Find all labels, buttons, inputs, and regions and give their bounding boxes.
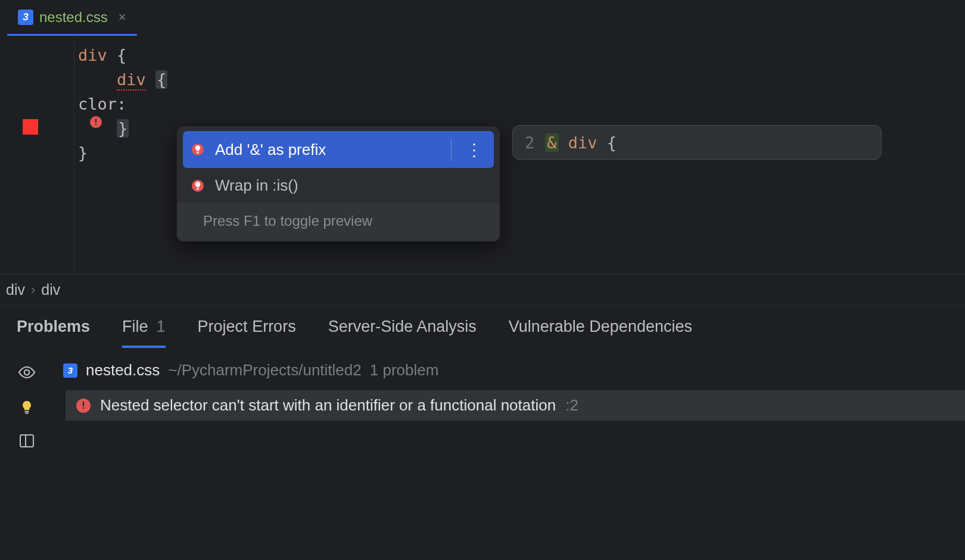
svg-rect-7 <box>197 188 199 188</box>
intention-popup: Add '&' as prefix ⋮ Wrap in :is() Press … <box>176 126 500 242</box>
svg-rect-8 <box>197 189 198 189</box>
code-error-token: div <box>117 70 146 91</box>
css-file-icon: 3 <box>63 363 77 378</box>
editor-gutter <box>0 36 74 274</box>
tab-file[interactable]: File 1 <box>122 318 166 348</box>
preview-token: { <box>607 133 617 152</box>
svg-rect-11 <box>25 413 29 414</box>
eye-icon[interactable] <box>17 362 37 382</box>
tab-vulnerable-dependencies[interactable]: Vulnerable Dependencies <box>509 318 692 348</box>
intention-hint: Press F1 to toggle preview <box>177 203 500 241</box>
kebab-icon[interactable]: ⋮ <box>462 140 485 160</box>
tab-label: nested.css <box>39 9 108 26</box>
problem-message: Nested selector can't start with an iden… <box>100 396 556 415</box>
intention-label: Wrap in :is() <box>215 176 485 195</box>
problems-tabs: Problems File 1 Project Errors Server-Si… <box>0 306 965 348</box>
problems-file-path: ~/PycharmProjects/untitled2 <box>168 361 361 379</box>
error-lightbulb-icon <box>191 179 204 192</box>
svg-rect-4 <box>197 151 199 152</box>
problems-side-toolbar <box>0 359 54 449</box>
color-swatch-icon[interactable] <box>23 119 38 135</box>
quickfix-preview: 2 & div { <box>512 125 882 160</box>
problems-file-name: nested.css <box>86 361 160 379</box>
svg-rect-12 <box>20 435 33 447</box>
chevron-right-icon: › <box>31 282 35 298</box>
problems-file-row[interactable]: 3 nested.css ~/PycharmProjects/untitled2… <box>54 359 965 390</box>
problem-location: :2 <box>565 396 578 415</box>
intention-wrap-in-is[interactable]: Wrap in :is() <box>177 168 500 203</box>
inline-error-icon <box>89 116 102 129</box>
close-icon[interactable]: × <box>119 10 126 25</box>
separator <box>451 138 452 161</box>
breadcrumb-item[interactable]: div <box>6 281 25 298</box>
code-token: : <box>117 95 126 113</box>
code-token: } <box>117 119 129 138</box>
lightbulb-icon[interactable] <box>18 399 35 416</box>
svg-point-9 <box>24 370 29 375</box>
layout-icon[interactable] <box>18 433 35 449</box>
tab-file-label: File <box>122 318 148 336</box>
code-token: c <box>78 95 88 113</box>
svg-rect-5 <box>197 153 198 153</box>
preview-line-number: 2 <box>525 133 534 152</box>
code-token <box>78 70 117 89</box>
tab-nested-css[interactable]: 3 nested.css × <box>7 0 137 36</box>
preview-token: div <box>568 133 597 152</box>
code-token: lor <box>88 95 117 113</box>
error-icon: ! <box>76 399 91 413</box>
css-file-icon: 3 <box>18 10 33 25</box>
tab-server-side-analysis[interactable]: Server-Side Analysis <box>328 318 477 348</box>
problems-panel: Problems File 1 Project Errors Server-Si… <box>0 305 965 449</box>
preview-token: & <box>545 133 558 152</box>
problem-item[interactable]: ! Nested selector can't start with an id… <box>66 390 965 421</box>
code-token: div <box>78 46 107 64</box>
error-lightbulb-icon <box>191 143 204 156</box>
code-token: { <box>155 70 167 89</box>
tab-problems[interactable]: Problems <box>17 318 90 348</box>
tab-project-errors[interactable]: Project Errors <box>198 318 296 348</box>
intention-label: Add '&' as prefix <box>215 141 440 159</box>
tabs-bar: 3 nested.css × <box>0 0 965 36</box>
tab-file-count: 1 <box>157 318 166 336</box>
svg-rect-2 <box>95 124 96 125</box>
code-token: } <box>78 144 88 162</box>
intention-add-amp-prefix[interactable]: Add '&' as prefix ⋮ <box>183 131 494 168</box>
problems-file-summary: 1 problem <box>370 361 439 379</box>
svg-rect-1 <box>95 119 96 123</box>
svg-rect-10 <box>24 411 29 412</box>
breadcrumb-item[interactable]: div <box>41 281 60 298</box>
breadcrumb: div › div <box>0 274 965 305</box>
code-token: { <box>117 46 126 64</box>
problems-content: 3 nested.css ~/PycharmProjects/untitled2… <box>54 359 965 449</box>
